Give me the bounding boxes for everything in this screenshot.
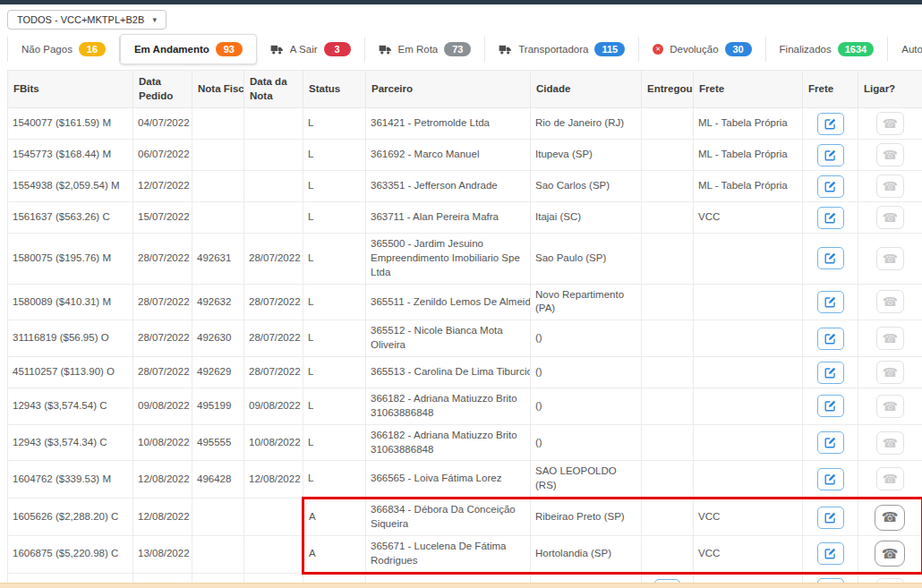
cidade-text: Sao Carlos (SP) — [535, 180, 610, 191]
cell-parceiro: 366182 - Adriana Matiuzzo Brito 31063886… — [366, 424, 531, 461]
status-tab[interactable]: ✕ Devolução 30 — [639, 37, 765, 62]
cell-frete-edit — [803, 234, 858, 285]
edit-square-icon — [824, 333, 836, 345]
col-header-fbits: FBits — [8, 71, 133, 108]
tab-label: Em Rota — [398, 44, 439, 55]
cell-nota-fiscal — [192, 535, 244, 573]
frete-edit-button[interactable] — [817, 395, 844, 417]
filter-dropdown[interactable]: TODOS - VCC+MKTPL+B2B ▾ — [7, 10, 166, 30]
cell-cidade: () — [531, 388, 642, 425]
cell-entregou — [642, 202, 694, 234]
phone-icon: ☎ — [883, 251, 898, 266]
cell-frete-edit — [803, 499, 858, 536]
cell-data-pedido: 12/07/2022 — [133, 171, 192, 202]
cidade-text: () — [535, 366, 542, 377]
cell-parceiro: 365512 - Nicole Bianca Mota Oliveira — [366, 320, 531, 357]
cell-frete: ML - Tabela Própria — [694, 140, 803, 171]
call-phone-button[interactable]: ☎ — [876, 290, 904, 313]
cell-data-da-nota — [244, 499, 303, 536]
return-icon: ✕ — [653, 44, 663, 55]
cell-entregou — [642, 234, 694, 285]
call-phone-button[interactable]: ☎ — [876, 431, 904, 455]
cell-entregou — [642, 140, 694, 171]
cell-data-pedido: 09/08/2022 — [133, 388, 192, 425]
frete-edit-button[interactable] — [817, 175, 844, 198]
cell-frete: VCC — [694, 535, 803, 573]
tab-label: Auto — [901, 44, 922, 55]
cell-ligar: ☎ — [858, 284, 922, 320]
col-header-data-pedido: Data Pedido — [133, 71, 192, 108]
call-phone-button[interactable]: ☎ — [876, 327, 904, 350]
table-row: 1580075 ($195.76) M 28/07/2022 492631 28… — [8, 234, 922, 285]
cell-cidade: SAO LEOPOLDO (RS) — [531, 461, 642, 499]
cell-status: L — [303, 140, 366, 171]
cell-cidade: () — [531, 357, 642, 388]
cell-nota-fiscal — [192, 499, 244, 536]
cell-data-pedido: 10/08/2022 — [133, 424, 192, 461]
status-tab[interactable]: ✕ Transportadora 115 — [485, 37, 639, 62]
cell-parceiro: 365511 - Zenildo Lemos De Almeida — [366, 284, 531, 320]
cell-data-pedido: 12/08/2022 — [133, 499, 192, 536]
cell-data-da-nota — [244, 171, 303, 202]
filter-row: TODOS - VCC+MKTPL+B2B ▾ — [0, 4, 922, 30]
call-phone-button[interactable]: ☎ — [876, 361, 904, 384]
table-row: 1605626 ($2,288.20) C 12/08/2022 A 36683… — [8, 499, 922, 536]
status-tab[interactable]: ✕ Em Andamento 93 — [120, 34, 257, 64]
call-phone-button[interactable]: ☎ — [876, 206, 904, 229]
call-phone-button[interactable]: ☎ — [876, 247, 904, 270]
cidade-text: Hortolandia (SP) — [535, 548, 611, 558]
table-row: 12943 ($3,574.34) C 10/08/2022 495555 10… — [8, 424, 922, 461]
chevron-down-icon: ▾ — [152, 15, 157, 24]
frete-edit-button[interactable] — [817, 507, 844, 529]
cell-status: L — [303, 461, 366, 499]
cell-nota-fiscal: 492630 — [192, 320, 244, 357]
col-header-status: Status — [303, 71, 366, 108]
frete-edit-button[interactable] — [817, 542, 844, 565]
cell-fbits: 31116819 ($56.95) O — [8, 320, 133, 357]
status-tab[interactable]: ✕ A Sair 3 — [257, 37, 365, 62]
cell-cidade: Sao Paulo (SP) — [531, 234, 642, 285]
call-phone-button[interactable]: ☎ — [875, 541, 905, 567]
frete-edit-button[interactable] — [817, 328, 844, 350]
call-phone-button[interactable]: ☎ — [876, 467, 904, 490]
call-phone-button[interactable]: ☎ — [876, 112, 904, 135]
cell-frete-edit — [803, 284, 858, 320]
frete-edit-button[interactable] — [817, 291, 844, 313]
status-tab[interactable]: ✕ Em Rota 73 — [365, 37, 486, 62]
edit-square-icon — [824, 367, 836, 379]
frete-edit-button[interactable] — [817, 247, 844, 269]
cidade-text: Sao Paulo (SP) — [535, 252, 606, 263]
call-phone-button[interactable]: ☎ — [876, 143, 904, 166]
cell-fbits: 1604762 ($339.53) M — [8, 461, 133, 499]
frete-edit-button[interactable] — [817, 207, 844, 229]
call-phone-button[interactable]: ☎ — [876, 395, 904, 418]
cell-parceiro: 361421 - Petromolde Ltda — [366, 108, 531, 140]
frete-edit-button[interactable] — [817, 431, 844, 454]
cell-frete — [694, 388, 803, 425]
frete-edit-button[interactable] — [817, 113, 844, 135]
phone-icon: ☎ — [882, 509, 899, 525]
cell-fbits: 1580089 ($410.31) M — [8, 284, 133, 320]
tab-count-badge: 1634 — [838, 42, 874, 56]
cell-entregou — [642, 499, 694, 536]
cell-nota-fiscal — [192, 108, 244, 140]
call-phone-button[interactable]: ☎ — [876, 175, 904, 198]
cell-fbits: 1545773 ($168.44) M — [8, 140, 133, 171]
status-tab[interactable]: ✕ Não Pagos 16 — [7, 37, 120, 62]
tab-count-badge: 93 — [216, 42, 243, 56]
frete-edit-button[interactable] — [817, 144, 844, 166]
status-tab[interactable]: ✕ Auto 11 — [888, 37, 922, 62]
cidade-text: SAO LEOPOLDO (RS) — [535, 465, 617, 490]
call-phone-button[interactable]: ☎ — [875, 505, 905, 531]
cell-frete — [694, 357, 803, 388]
cell-cidade: Itajai (SC) — [531, 202, 642, 234]
cell-frete — [694, 461, 803, 499]
cell-entregou — [642, 320, 694, 357]
cell-fbits: 1606875 ($5,220.98) C — [8, 535, 133, 573]
status-tab[interactable]: ✕ Finalizados 1634 — [766, 37, 889, 62]
frete-edit-button[interactable] — [817, 468, 844, 490]
tab-label: Transportadora — [518, 44, 588, 55]
cell-ligar: ☎ — [858, 108, 922, 140]
cell-data-pedido: 28/07/2022 — [133, 234, 192, 285]
frete-edit-button[interactable] — [817, 362, 844, 384]
